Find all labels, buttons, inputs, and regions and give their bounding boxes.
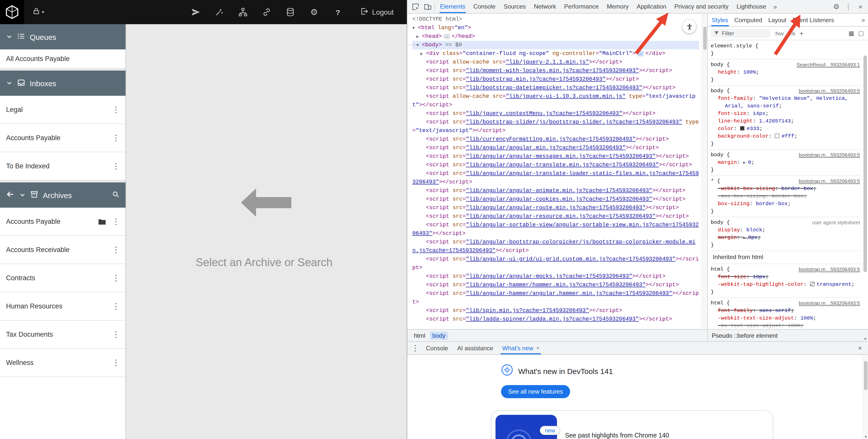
device-toolbar-icon[interactable] (422, 0, 434, 12)
css-declaration[interactable]: -ms-text-size-adjust: 100%; (711, 322, 861, 329)
dom-node[interactable]: <script src="lib/angular/angular-animate… (412, 187, 699, 195)
css-rule[interactable]: body {display: block;margin: ▶ 8px;}user… (710, 217, 861, 251)
scrollbar-thumb[interactable] (703, 27, 707, 50)
devtools-tab-lighthouse[interactable]: Lighthouse (733, 0, 770, 13)
scroll-down-arrow-icon[interactable]: ▼ (863, 435, 868, 439)
css-source-link[interactable]: bootstrap.m…593206493:5 (799, 265, 860, 273)
search-icon[interactable] (112, 190, 120, 199)
more-tabs-button[interactable]: » (770, 3, 780, 10)
close-tab-icon[interactable]: × (536, 345, 539, 351)
devtools-tab-sources[interactable]: Sources (499, 0, 530, 13)
dom-node[interactable]: <script src="lib/bootstrap.min.js?cache=… (412, 75, 699, 84)
send-icon[interactable] (190, 7, 200, 17)
element-classes-button[interactable]: .cls (788, 31, 796, 36)
queues-section-header[interactable]: Queues (0, 24, 125, 50)
item-menu-icon[interactable]: ⋮ (111, 331, 122, 339)
scrollbar-thumb[interactable] (864, 361, 868, 390)
more-styles-tabs-button[interactable]: » (859, 16, 868, 24)
styles-tab-computed[interactable]: Computed (731, 13, 765, 26)
sidebar-item-queue[interactable]: All Accounts Payable (0, 50, 125, 68)
dom-node[interactable]: ···▼<body> == $0 (412, 41, 699, 50)
dom-node[interactable]: <script src="lib/ladda-spinner/ladda.min… (412, 315, 699, 323)
dom-node[interactable]: <script src="lib/bootstrap-slider/js/boo… (412, 118, 699, 135)
css-declaration[interactable]: font-size: 14px; (711, 110, 861, 118)
dom-node[interactable]: <script src="lib/spin.min.js?cache=17545… (412, 307, 699, 315)
devtools-close-icon[interactable]: × (855, 3, 866, 10)
drawer-tab-what-s-new[interactable]: What's new× (498, 342, 544, 354)
highlights-card[interactable]: new See past highlights from Chrome 140 (491, 410, 773, 439)
scrollbar-thumb[interactable] (864, 56, 867, 272)
sidebar-item-tax-documents[interactable]: Tax Documents⋮ (0, 320, 125, 349)
sidebar-item-legal[interactable]: Legal⋮ (0, 96, 125, 124)
sidebar-item-human-resources[interactable]: Human Resources⋮ (0, 292, 125, 320)
css-declaration[interactable]: line-height: 1.42857143; (711, 118, 861, 125)
drawer-tab-ai-assistance[interactable]: AI assistance (453, 342, 498, 354)
css-rule[interactable]: html {font-family: sans-serif;-webkit-te… (710, 298, 861, 329)
expand-ellipsis-button[interactable]: … (443, 34, 450, 39)
item-menu-icon[interactable]: ⋮ (111, 105, 122, 114)
dom-node[interactable]: <script src="lib/angular-ui-grid/ui-grid… (412, 255, 699, 272)
dom-node[interactable]: <script src="lib/jquery.contextMenu.js?c… (412, 109, 699, 118)
css-rule[interactable]: body {margin: ▶ 0;}bootstrap.m…593206493… (710, 150, 861, 176)
see-all-new-features-button[interactable]: See all new features (501, 385, 570, 398)
dom-node[interactable]: ▼<html lang="en"> (412, 24, 699, 32)
dom-node[interactable]: <script src="lib/angular/angular.min.js?… (412, 144, 699, 152)
sidebar-item-contracts[interactable]: Contracts⋮ (0, 264, 125, 292)
css-rule[interactable]: element.style {} (710, 41, 861, 60)
css-source-link[interactable]: bootstrap.m…593206493:5 (799, 178, 860, 185)
item-menu-icon[interactable]: ⋮ (111, 358, 122, 367)
drawer-scrollbar[interactable]: ▼ (863, 355, 868, 439)
item-menu-icon[interactable]: ⋮ (111, 162, 122, 170)
dom-node[interactable]: <script src="lib/bootstrap-datetimepicke… (412, 84, 699, 92)
devtools-menu-icon[interactable]: ⋮ (843, 2, 854, 10)
devtools-settings-icon[interactable]: ⚙ (831, 2, 842, 10)
css-declaration[interactable]: background-color: #fff; (711, 132, 861, 140)
css-rule[interactable]: * {-webkit-box-sizing: border-box;-moz-b… (710, 176, 861, 217)
devtools-tab-privacy-and-security[interactable]: Privacy and security (671, 0, 733, 13)
item-menu-icon[interactable]: ⋮ (111, 218, 122, 225)
dom-node[interactable]: <script src="lib/moment-with-locales.min… (412, 66, 699, 75)
dom-node[interactable]: <script src="lib/angular/angular-transla… (412, 161, 699, 169)
dom-node[interactable]: <script src="lib/currencyFormatting.min.… (412, 135, 699, 144)
css-declaration[interactable]: -webkit-box-sizing: border-box; (711, 185, 861, 192)
styles-tab-event-listeners[interactable]: Event Listeners (789, 13, 837, 26)
styles-filter-input[interactable]: Filter (711, 29, 770, 38)
styles-scrollbar[interactable]: ▼ (863, 40, 868, 341)
css-declaration[interactable]: font-size: 10px; (711, 273, 861, 281)
gear-icon[interactable]: ⚙ (309, 7, 319, 17)
breadcrumb-body[interactable]: body (430, 332, 448, 340)
css-declaration[interactable]: height: 100%; (711, 68, 861, 76)
item-menu-icon[interactable]: ⋮ (111, 246, 122, 254)
dom-node[interactable]: ▶<div class="container-fluid ng-scope" n… (412, 50, 699, 58)
item-menu-icon[interactable]: ⋮ (111, 302, 122, 310)
dom-node[interactable]: <script src="lib/angular/angular-cookies… (412, 195, 699, 203)
pseudo-before-section[interactable]: Pseudo ::before element (708, 329, 868, 341)
dom-node[interactable]: <script src="lib/angular/angular-mocks.j… (412, 272, 699, 281)
back-arrow-icon[interactable] (6, 190, 14, 200)
sidebar-item-accounts-payable[interactable]: Accounts Payable⋮ (0, 124, 125, 152)
devtools-tab-memory[interactable]: Memory (603, 0, 633, 13)
toggle-element-state-button[interactable]: :hov (774, 31, 784, 36)
layout-panel-icon[interactable]: ▢ (858, 30, 864, 37)
dom-node[interactable]: <script allow-cache src="lib/jquery-2.1.… (412, 58, 699, 66)
css-declaration[interactable]: color: #333; (711, 125, 861, 132)
css-declaration[interactable]: display: block; (711, 226, 861, 234)
dom-node[interactable]: <script src="lib/angular/angular-transla… (412, 169, 699, 187)
css-rule[interactable]: html {font-size: 10px;-webkit-tap-highli… (710, 264, 861, 298)
drawer-menu-icon[interactable]: ⋮ (409, 342, 422, 354)
css-declaration[interactable]: margin: ▶ 0; (711, 159, 861, 166)
devtools-tab-console[interactable]: Console (469, 0, 499, 13)
sidebar-item-to-be-indexed[interactable]: To Be Indexed⋮ (0, 152, 125, 181)
css-declaration[interactable]: margin: ▶ 8px; (711, 234, 861, 242)
styles-tab-layout[interactable]: Layout (765, 13, 789, 26)
css-declaration[interactable]: font-family: sans-serif; (711, 307, 861, 314)
css-rule[interactable]: body {height: 100%;}SearchResul…59320649… (710, 60, 861, 86)
css-declaration[interactable]: -moz-box-sizing: border-box; (711, 192, 861, 200)
dom-node[interactable]: <script src="lib/angular-sortable-view/a… (412, 221, 699, 238)
dom-node[interactable]: <script src="lib/angular-hammer/hammer.m… (412, 281, 699, 289)
css-source-link[interactable]: bootstrap.m…593206493:5 (799, 87, 860, 95)
sitemap-icon[interactable] (238, 7, 248, 17)
dom-node[interactable]: ▶<head>…</head> (412, 32, 699, 41)
archives-section-header[interactable]: Archives (0, 183, 125, 208)
dom-node[interactable]: <script src="lib/angular-hammer/angular.… (412, 289, 699, 307)
